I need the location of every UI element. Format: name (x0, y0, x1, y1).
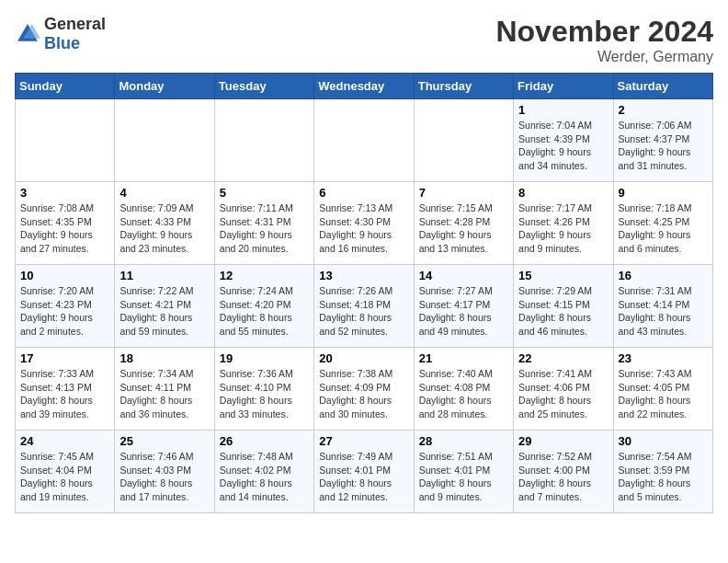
week-row-4: 17Sunrise: 7:33 AMSunset: 4:13 PMDayligh… (16, 348, 713, 431)
day-info: Sunrise: 7:41 AMSunset: 4:06 PMDaylight:… (518, 367, 608, 421)
calendar-cell: 9Sunrise: 7:18 AMSunset: 4:25 PMDaylight… (613, 182, 712, 265)
calendar-cell: 1Sunrise: 7:04 AMSunset: 4:39 PMDaylight… (514, 99, 613, 182)
day-number: 8 (518, 186, 608, 200)
calendar-cell (314, 99, 414, 182)
day-info: Sunrise: 7:26 AMSunset: 4:18 PMDaylight:… (319, 284, 408, 339)
calendar-cell: 27Sunrise: 7:49 AMSunset: 4:01 PMDayligh… (314, 431, 414, 513)
week-row-1: 1Sunrise: 7:04 AMSunset: 4:39 PMDaylight… (16, 99, 713, 182)
day-info: Sunrise: 7:20 AMSunset: 4:23 PMDaylight:… (20, 284, 109, 339)
logo-blue-text: Blue (44, 34, 80, 52)
day-number: 3 (20, 186, 109, 200)
day-number: 12 (220, 269, 309, 282)
calendar-cell (115, 99, 214, 182)
calendar-cell: 6Sunrise: 7:13 AMSunset: 4:30 PMDaylight… (314, 182, 414, 265)
day-number: 23 (619, 351, 708, 365)
col-header-saturday: Saturday (613, 74, 712, 99)
day-info: Sunrise: 7:48 AMSunset: 4:02 PMDaylight:… (220, 450, 309, 504)
day-number: 4 (119, 186, 209, 200)
day-info: Sunrise: 7:06 AMSunset: 4:37 PMDaylight:… (619, 119, 708, 173)
day-number: 6 (319, 186, 408, 200)
day-number: 9 (619, 186, 708, 200)
day-info: Sunrise: 7:31 AMSunset: 4:14 PMDaylight:… (619, 284, 708, 339)
calendar-cell: 26Sunrise: 7:48 AMSunset: 4:02 PMDayligh… (214, 431, 313, 513)
calendar-cell: 20Sunrise: 7:38 AMSunset: 4:09 PMDayligh… (314, 348, 414, 431)
col-header-tuesday: Tuesday (214, 74, 313, 99)
day-info: Sunrise: 7:45 AMSunset: 4:04 PMDaylight:… (20, 450, 109, 504)
calendar-cell (414, 99, 513, 182)
col-header-sunday: Sunday (16, 74, 115, 99)
col-header-friday: Friday (514, 74, 613, 99)
calendar-cell: 23Sunrise: 7:43 AMSunset: 4:05 PMDayligh… (613, 348, 712, 431)
header: General Blue November 2024 Werder, Germa… (15, 15, 713, 65)
day-info: Sunrise: 7:33 AMSunset: 4:13 PMDaylight:… (20, 367, 109, 421)
day-info: Sunrise: 7:46 AMSunset: 4:03 PMDaylight:… (119, 450, 209, 504)
day-number: 16 (619, 269, 708, 282)
col-header-monday: Monday (115, 74, 214, 99)
day-number: 5 (220, 186, 309, 200)
day-number: 18 (119, 351, 209, 365)
day-number: 15 (518, 269, 608, 282)
day-info: Sunrise: 7:11 AMSunset: 4:31 PMDaylight:… (220, 201, 309, 256)
calendar-cell: 24Sunrise: 7:45 AMSunset: 4:04 PMDayligh… (16, 431, 115, 513)
col-header-wednesday: Wednesday (314, 74, 414, 99)
day-info: Sunrise: 7:51 AMSunset: 4:01 PMDaylight:… (419, 450, 508, 504)
day-number: 7 (419, 186, 508, 200)
day-number: 1 (518, 103, 608, 117)
day-number: 30 (619, 434, 708, 448)
day-info: Sunrise: 7:09 AMSunset: 4:33 PMDaylight:… (119, 201, 209, 256)
day-info: Sunrise: 7:13 AMSunset: 4:30 PMDaylight:… (319, 201, 408, 256)
day-info: Sunrise: 7:17 AMSunset: 4:26 PMDaylight:… (518, 201, 608, 256)
day-number: 26 (220, 434, 309, 448)
week-row-3: 10Sunrise: 7:20 AMSunset: 4:23 PMDayligh… (16, 265, 713, 348)
day-info: Sunrise: 7:40 AMSunset: 4:08 PMDaylight:… (419, 367, 508, 421)
calendar-cell: 11Sunrise: 7:22 AMSunset: 4:21 PMDayligh… (115, 265, 214, 348)
day-number: 14 (419, 269, 508, 282)
day-number: 29 (518, 434, 608, 448)
day-number: 28 (419, 434, 508, 448)
logo: General Blue (15, 15, 106, 53)
calendar-header: SundayMondayTuesdayWednesdayThursdayFrid… (16, 74, 713, 99)
calendar-cell: 15Sunrise: 7:29 AMSunset: 4:15 PMDayligh… (514, 265, 613, 348)
day-info: Sunrise: 7:24 AMSunset: 4:20 PMDaylight:… (220, 284, 309, 339)
day-info: Sunrise: 7:34 AMSunset: 4:11 PMDaylight:… (119, 367, 209, 421)
calendar-cell: 13Sunrise: 7:26 AMSunset: 4:18 PMDayligh… (314, 265, 414, 348)
calendar-cell: 3Sunrise: 7:08 AMSunset: 4:35 PMDaylight… (16, 182, 115, 265)
calendar-cell: 29Sunrise: 7:52 AMSunset: 4:00 PMDayligh… (514, 431, 613, 513)
day-number: 17 (20, 351, 109, 365)
calendar-cell: 5Sunrise: 7:11 AMSunset: 4:31 PMDaylight… (214, 182, 313, 265)
day-number: 24 (20, 434, 109, 448)
col-header-thursday: Thursday (414, 74, 513, 99)
calendar-cell: 19Sunrise: 7:36 AMSunset: 4:10 PMDayligh… (214, 348, 313, 431)
day-number: 22 (518, 351, 608, 365)
calendar-cell: 14Sunrise: 7:27 AMSunset: 4:17 PMDayligh… (414, 265, 513, 348)
day-number: 2 (619, 103, 708, 117)
calendar-cell: 16Sunrise: 7:31 AMSunset: 4:14 PMDayligh… (613, 265, 712, 348)
calendar-cell: 28Sunrise: 7:51 AMSunset: 4:01 PMDayligh… (414, 431, 513, 513)
calendar-cell: 12Sunrise: 7:24 AMSunset: 4:20 PMDayligh… (214, 265, 313, 348)
calendar-cell: 21Sunrise: 7:40 AMSunset: 4:08 PMDayligh… (414, 348, 513, 431)
logo-general-text: General (44, 15, 106, 33)
day-number: 27 (319, 434, 408, 448)
day-number: 13 (319, 269, 408, 282)
day-info: Sunrise: 7:15 AMSunset: 4:28 PMDaylight:… (419, 201, 508, 256)
day-info: Sunrise: 7:18 AMSunset: 4:25 PMDaylight:… (619, 201, 708, 256)
day-info: Sunrise: 7:54 AMSunset: 3:59 PMDaylight:… (619, 450, 708, 504)
day-number: 25 (119, 434, 209, 448)
calendar-cell: 18Sunrise: 7:34 AMSunset: 4:11 PMDayligh… (115, 348, 214, 431)
day-info: Sunrise: 7:52 AMSunset: 4:00 PMDaylight:… (518, 450, 608, 504)
day-info: Sunrise: 7:38 AMSunset: 4:09 PMDaylight:… (319, 367, 408, 421)
calendar-cell (16, 99, 115, 182)
calendar-cell: 7Sunrise: 7:15 AMSunset: 4:28 PMDaylight… (414, 182, 513, 265)
calendar-cell: 10Sunrise: 7:20 AMSunset: 4:23 PMDayligh… (16, 265, 115, 348)
calendar-cell: 22Sunrise: 7:41 AMSunset: 4:06 PMDayligh… (514, 348, 613, 431)
week-row-2: 3Sunrise: 7:08 AMSunset: 4:35 PMDaylight… (16, 182, 713, 265)
week-row-5: 24Sunrise: 7:45 AMSunset: 4:04 PMDayligh… (16, 431, 713, 513)
day-info: Sunrise: 7:22 AMSunset: 4:21 PMDaylight:… (119, 284, 209, 339)
day-info: Sunrise: 7:36 AMSunset: 4:10 PMDaylight:… (220, 367, 309, 421)
day-number: 20 (319, 351, 408, 365)
calendar-cell: 17Sunrise: 7:33 AMSunset: 4:13 PMDayligh… (16, 348, 115, 431)
calendar-cell: 30Sunrise: 7:54 AMSunset: 3:59 PMDayligh… (613, 431, 712, 513)
day-info: Sunrise: 7:27 AMSunset: 4:17 PMDaylight:… (419, 284, 508, 339)
calendar-cell: 2Sunrise: 7:06 AMSunset: 4:37 PMDaylight… (613, 99, 712, 182)
day-info: Sunrise: 7:43 AMSunset: 4:05 PMDaylight:… (619, 367, 708, 421)
